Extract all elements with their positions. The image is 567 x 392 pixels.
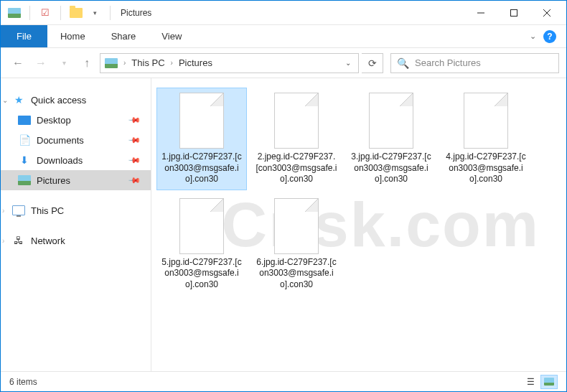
this-pc-label: This PC xyxy=(31,205,64,216)
this-pc[interactable]: › This PC xyxy=(1,200,151,220)
file-item[interactable]: 5.jpg.id-C279F237.[con3003@msgsafe.io].c… xyxy=(157,194,246,295)
separator xyxy=(60,6,61,20)
pin-icon: 📌 xyxy=(127,113,141,126)
breadcrumb-this-pc[interactable]: This PC xyxy=(131,57,164,68)
separator xyxy=(110,6,111,20)
star-icon: ★ xyxy=(12,94,25,106)
refresh-button[interactable]: ⟳ xyxy=(362,53,383,73)
search-icon: 🔍 xyxy=(397,57,409,69)
minimize-button[interactable] xyxy=(464,1,497,25)
content-area: ⌄ ★ Quick access Desktop 📌 📄 Documents 📌… xyxy=(1,78,566,371)
file-item[interactable]: 4.jpg.id-C279F237.[con3003@msgsafe.io].c… xyxy=(441,88,530,190)
address-bar[interactable]: › This PC › Pictures ⌄ xyxy=(100,53,359,73)
svg-rect-1 xyxy=(511,10,517,17)
chevron-right-icon: › xyxy=(171,59,173,67)
downloads-icon: ⬇ xyxy=(18,154,31,166)
chevron-right-icon[interactable]: › xyxy=(2,207,4,215)
file-name: 1.jpg.id-C279F237.[con3003@msgsafe.io].c… xyxy=(160,151,243,185)
quick-access[interactable]: ⌄ ★ Quick access xyxy=(1,90,151,110)
sidebar-item-label: Documents xyxy=(37,135,84,146)
chevron-down-icon[interactable]: ⌄ xyxy=(2,96,8,104)
file-name: 5.jpg.id-C279F237.[con3003@msgsafe.io].c… xyxy=(160,257,243,291)
file-name: 3.jpg.id-C279F237.[con3003@msgsafe.io].c… xyxy=(350,151,433,185)
pin-icon: 📌 xyxy=(127,133,141,146)
sidebar-item-desktop[interactable]: Desktop 📌 xyxy=(1,110,151,130)
up-button[interactable]: ↑ xyxy=(77,53,97,73)
location-icon xyxy=(105,58,118,68)
tab-share[interactable]: Share xyxy=(98,25,149,47)
file-pane[interactable]: PCrisk.com 1.jpg.id-C279F237.[con3003@ms… xyxy=(151,78,566,371)
chevron-right-icon[interactable]: › xyxy=(2,237,4,245)
thumbnails-view-button[interactable] xyxy=(540,375,558,389)
sidebar-item-label: Downloads xyxy=(37,155,83,166)
ribbon: File Home Share View ⌄ ? xyxy=(1,25,566,48)
app-icon xyxy=(6,5,22,21)
file-icon xyxy=(274,198,319,254)
pin-icon: 📌 xyxy=(127,173,141,187)
address-dropdown-icon[interactable]: ⌄ xyxy=(342,59,354,67)
details-view-button[interactable]: ☰ xyxy=(522,375,539,389)
properties-icon[interactable]: ☑ xyxy=(37,5,53,21)
network-icon: 🖧 xyxy=(12,235,25,246)
help-icon[interactable]: ? xyxy=(543,30,556,43)
breadcrumb-pictures[interactable]: Pictures xyxy=(179,57,212,68)
file-icon xyxy=(369,93,413,149)
file-name: 6.jpg.id-C279F237.[con3003@msgsafe.io].c… xyxy=(255,257,338,291)
file-icon xyxy=(179,198,224,254)
navigation-bar: ← → ▾ ↑ › This PC › Pictures ⌄ ⟳ 🔍 Searc… xyxy=(1,48,566,78)
file-item[interactable]: 3.jpg.id-C279F237.[con3003@msgsafe.io].c… xyxy=(347,88,436,190)
window-controls xyxy=(464,1,563,24)
pin-icon: 📌 xyxy=(127,153,141,167)
file-icon xyxy=(464,93,508,149)
search-placeholder: Search Pictures xyxy=(415,57,481,68)
this-pc-icon xyxy=(12,205,25,216)
back-button[interactable]: ← xyxy=(8,53,28,73)
recent-locations-icon[interactable]: ▾ xyxy=(54,53,74,73)
tab-home[interactable]: Home xyxy=(47,25,98,47)
folder-icon[interactable] xyxy=(68,5,84,21)
separator xyxy=(29,6,30,20)
file-item[interactable]: 6.jpg.id-C279F237.[con3003@msgsafe.io].c… xyxy=(252,194,341,295)
status-bar: 6 items ☰ xyxy=(1,371,566,391)
quick-access-label: Quick access xyxy=(31,95,86,106)
close-button[interactable] xyxy=(530,1,563,25)
forward-button[interactable]: → xyxy=(31,53,51,73)
sidebar-item-documents[interactable]: 📄 Documents 📌 xyxy=(1,130,151,150)
file-grid: 1.jpg.id-C279F237.[con3003@msgsafe.io].c… xyxy=(157,88,561,295)
maximize-button[interactable] xyxy=(497,1,530,25)
sidebar-item-label: Desktop xyxy=(37,115,71,126)
file-item[interactable]: 2.jpeg.id-C279F237.[con3003@msgsafe.io].… xyxy=(252,88,341,190)
chevron-right-icon: › xyxy=(123,59,126,67)
file-name: 4.jpg.id-C279F237.[con3003@msgsafe.io].c… xyxy=(444,151,528,185)
network[interactable]: › 🖧 Network xyxy=(1,230,151,251)
desktop-icon xyxy=(18,116,31,125)
title-bar: ☑ ▾ Pictures xyxy=(1,1,566,25)
file-tab[interactable]: File xyxy=(1,25,47,47)
pictures-icon xyxy=(18,174,31,186)
network-label: Network xyxy=(31,235,65,246)
file-item[interactable]: 1.jpg.id-C279F237.[con3003@msgsafe.io].c… xyxy=(157,88,246,190)
expand-ribbon-icon[interactable]: ⌄ xyxy=(530,32,536,41)
qat-dropdown-icon[interactable]: ▾ xyxy=(87,5,103,21)
window-title: Pictures xyxy=(121,8,151,18)
quick-access-toolbar: ☑ ▾ xyxy=(4,5,118,21)
file-icon xyxy=(179,93,224,149)
item-count: 6 items xyxy=(9,377,37,387)
file-icon xyxy=(274,93,319,149)
sidebar-item-label: Pictures xyxy=(37,175,70,186)
search-box[interactable]: 🔍 Search Pictures xyxy=(390,53,559,73)
sidebar-item-pictures[interactable]: Pictures 📌 xyxy=(1,170,151,190)
tab-view[interactable]: View xyxy=(149,25,195,47)
file-name: 2.jpeg.id-C279F237.[con3003@msgsafe.io].… xyxy=(255,151,338,185)
documents-icon: 📄 xyxy=(18,134,31,146)
navigation-pane: ⌄ ★ Quick access Desktop 📌 📄 Documents 📌… xyxy=(1,78,151,371)
sidebar-item-downloads[interactable]: ⬇ Downloads 📌 xyxy=(1,150,151,170)
